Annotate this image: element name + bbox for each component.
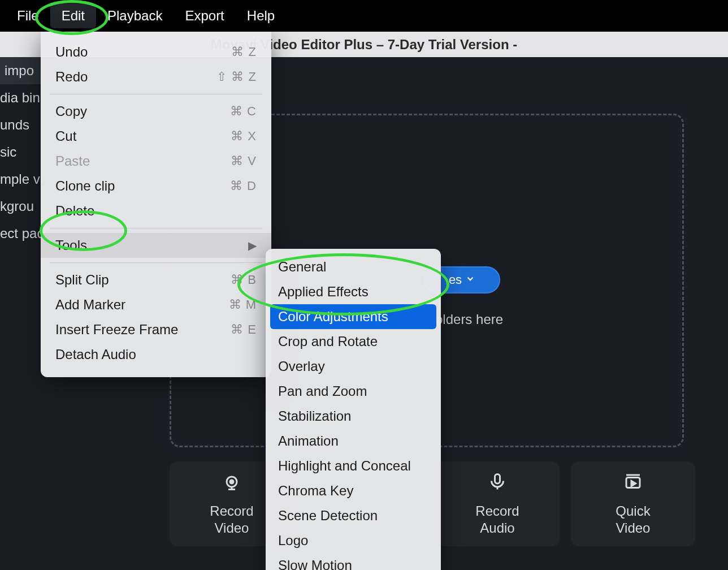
menu-edit[interactable]: Edit	[50, 3, 96, 28]
menu-item-label: Split Clip	[55, 272, 109, 288]
menu-item-label: Redo	[55, 69, 88, 85]
chevron-down-icon	[465, 274, 475, 286]
menubar: File Edit Playback Export Help	[0, 0, 728, 32]
menu-item-copy[interactable]: Copy⌘ C	[41, 99, 271, 124]
menu-item-label: Insert Freeze Frame	[55, 322, 178, 338]
menu-item-label: Clone clip	[55, 178, 115, 194]
menu-item-label: Undo	[55, 44, 88, 60]
menu-item-label: Add Marker	[55, 297, 125, 313]
svg-marker-4	[631, 481, 636, 486]
submenu-item-color-adjustments[interactable]: Color Adjustments	[270, 304, 436, 329]
edit-menu: Undo⌘ Z Redo⇧ ⌘ Z Copy⌘ C Cut⌘ X Paste⌘ …	[41, 32, 271, 377]
submenu-arrow-icon: ▶	[248, 239, 257, 252]
shortcut: ⌘ X	[231, 129, 257, 144]
menu-item-cut[interactable]: Cut⌘ X	[41, 124, 271, 149]
menu-item-label: Cut	[55, 128, 76, 144]
tool-label: Record Audio	[475, 503, 519, 537]
menu-item-label: Copy	[55, 103, 87, 119]
menu-separator	[50, 94, 262, 94]
submenu-item-stabilization[interactable]: Stabilization	[266, 404, 441, 429]
submenu-item-overlay[interactable]: Overlay	[266, 354, 441, 379]
menu-item-split-clip[interactable]: Split Clip⌘ B	[41, 267, 271, 292]
submenu-item-scene-detection[interactable]: Scene Detection	[266, 503, 441, 528]
submenu-item-chroma-key[interactable]: Chroma Key	[266, 478, 441, 503]
menu-item-label: Paste	[55, 153, 90, 169]
menu-item-redo[interactable]: Redo⇧ ⌘ Z	[41, 64, 271, 89]
submenu-item-crop-rotate[interactable]: Crop and Rotate	[266, 329, 441, 354]
shortcut: ⌘ D	[230, 179, 257, 193]
menu-separator	[50, 262, 262, 263]
svg-rect-2	[495, 474, 500, 483]
menu-item-add-marker[interactable]: Add Marker⌘ M	[41, 292, 271, 317]
menu-item-delete[interactable]: Delete	[41, 198, 271, 223]
tool-quick-video[interactable]: Quick Video	[571, 461, 695, 546]
tool-record-audio[interactable]: Record Audio	[435, 461, 560, 546]
tool-label: Quick Video	[616, 503, 650, 537]
menu-item-label: Delete	[55, 203, 94, 219]
menu-item-clone-clip[interactable]: Clone clip⌘ D	[41, 174, 271, 198]
shortcut: ⌘ E	[231, 322, 257, 337]
menu-item-paste: Paste⌘ V	[41, 149, 271, 174]
submenu-item-animation[interactable]: Animation	[266, 429, 441, 454]
menu-item-tools[interactable]: Tools▶	[41, 233, 271, 258]
shortcut: ⌘ C	[230, 104, 257, 119]
drop-hint-text: olders here	[435, 312, 503, 327]
menu-help[interactable]: Help	[236, 3, 286, 28]
shortcut: ⇧ ⌘ Z	[216, 70, 257, 84]
submenu-item-pan-zoom[interactable]: Pan and Zoom	[266, 379, 441, 404]
menu-item-detach-audio[interactable]: Detach Audio	[41, 342, 271, 367]
tools-submenu: General Applied Effects Color Adjustment…	[266, 249, 441, 570]
submenu-item-general[interactable]: General	[266, 254, 441, 279]
svg-point-1	[230, 480, 233, 483]
menu-item-label: Tools	[55, 238, 87, 253]
menu-item-label: Detach Audio	[55, 347, 136, 362]
submenu-item-slow-motion[interactable]: Slow Motion	[266, 553, 441, 570]
tool-label: Record Video	[210, 503, 253, 537]
menu-separator	[50, 228, 262, 228]
submenu-item-highlight-conceal[interactable]: Highlight and Conceal	[266, 454, 441, 478]
camera-icon	[222, 472, 242, 496]
menu-item-insert-freeze-frame[interactable]: Insert Freeze Frame⌘ E	[41, 317, 271, 342]
submenu-item-logo[interactable]: Logo	[266, 528, 441, 553]
shortcut: ⌘ M	[229, 297, 257, 312]
quick-video-icon	[623, 472, 643, 496]
shortcut: ⌘ V	[231, 154, 257, 169]
menu-item-undo[interactable]: Undo⌘ Z	[41, 40, 271, 64]
menu-file[interactable]: File	[6, 3, 50, 28]
mic-icon	[487, 472, 508, 496]
add-files-label: es	[449, 273, 462, 287]
shortcut: ⌘ B	[231, 273, 257, 287]
menu-playback[interactable]: Playback	[96, 3, 174, 28]
menu-export[interactable]: Export	[174, 3, 235, 28]
shortcut: ⌘ Z	[231, 45, 257, 59]
submenu-item-applied-effects[interactable]: Applied Effects	[266, 279, 441, 304]
